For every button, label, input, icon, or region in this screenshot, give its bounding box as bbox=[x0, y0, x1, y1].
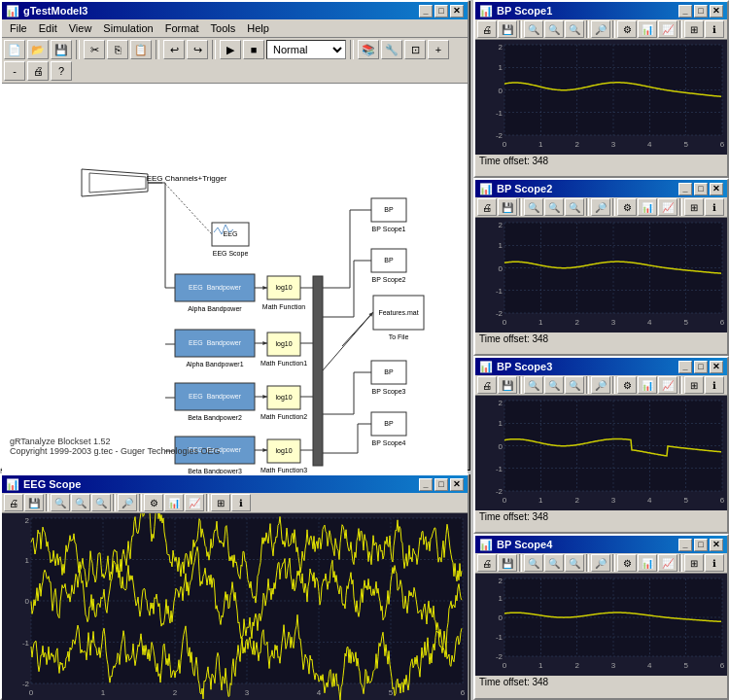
bp4-save[interactable]: 💾 bbox=[498, 554, 517, 572]
bp3-zoom-in[interactable]: 🔍 bbox=[524, 376, 543, 394]
bp4-close[interactable]: ✕ bbox=[710, 539, 723, 551]
bp2-legend[interactable]: 📊 bbox=[638, 198, 657, 216]
bp3-zoom-x[interactable]: 🔍 bbox=[565, 376, 584, 394]
bp2-zoom-in[interactable]: 🔍 bbox=[524, 198, 543, 216]
eeg-maximize[interactable]: □ bbox=[434, 478, 448, 491]
print-scope-btn[interactable]: 🖨 bbox=[4, 494, 23, 511]
bp-scope1-window: 📊 BP Scope1 _ □ ✕ 🖨 💾 🔍 🔍 🔍 🔎 ⚙ 📊 📈 ⊞ ℹ … bbox=[473, 0, 729, 178]
bp1-print[interactable]: 🖨 bbox=[477, 20, 497, 38]
stop-btn[interactable]: ■ bbox=[243, 40, 264, 59]
debug-btn[interactable]: 🔧 bbox=[381, 40, 402, 59]
menu-help[interactable]: Help bbox=[241, 20, 275, 36]
bp3-find[interactable]: 🔎 bbox=[591, 376, 610, 394]
bp2-grid[interactable]: ⊞ bbox=[684, 198, 704, 216]
bp3-legend[interactable]: 📊 bbox=[638, 376, 657, 394]
bp4-find[interactable]: 🔎 bbox=[591, 554, 610, 572]
bp1-zoom-in[interactable]: 🔍 bbox=[524, 20, 543, 38]
bp2-find[interactable]: 🔎 bbox=[591, 198, 610, 216]
menu-tools[interactable]: Tools bbox=[205, 20, 242, 36]
minimize-button[interactable]: _ bbox=[419, 5, 433, 18]
bp2-zoom-x[interactable]: 🔍 bbox=[565, 198, 584, 216]
bp2-data[interactable]: 📈 bbox=[658, 198, 677, 216]
save-btn[interactable]: 💾 bbox=[51, 40, 72, 59]
zoom-out-scope[interactable]: 🔍 bbox=[71, 494, 90, 511]
bp4-legend[interactable]: 📊 bbox=[638, 554, 657, 572]
save-scope-btn[interactable]: 💾 bbox=[24, 494, 44, 511]
bp1-save[interactable]: 💾 bbox=[498, 20, 517, 38]
open-btn[interactable]: 📂 bbox=[27, 40, 49, 59]
bp3-params[interactable]: ⚙ bbox=[617, 376, 637, 394]
bp1-minimize[interactable]: _ bbox=[678, 5, 692, 18]
paste-btn[interactable]: 📋 bbox=[130, 40, 152, 59]
bp3-close[interactable]: ✕ bbox=[710, 361, 723, 373]
bp2-minimize[interactable]: _ bbox=[678, 183, 692, 195]
zoom-in-scope[interactable]: 🔍 bbox=[51, 494, 70, 511]
bp4-minimize[interactable]: _ bbox=[678, 539, 692, 551]
bp2-zoom-out[interactable]: 🔍 bbox=[544, 198, 564, 216]
new-btn[interactable]: 📄 bbox=[4, 40, 25, 59]
undo-btn[interactable]: ↩ bbox=[163, 40, 185, 59]
bp1-find[interactable]: 🔎 bbox=[591, 20, 610, 38]
bp3-info[interactable]: ℹ bbox=[705, 376, 724, 394]
grid-scope[interactable]: ⊞ bbox=[211, 494, 230, 511]
menu-view[interactable]: View bbox=[63, 20, 98, 36]
menu-edit[interactable]: Edit bbox=[33, 20, 63, 36]
menu-format[interactable]: Format bbox=[159, 20, 205, 36]
bp1-params[interactable]: ⚙ bbox=[617, 20, 637, 38]
bp3-data[interactable]: 📈 bbox=[658, 376, 677, 394]
eeg-minimize[interactable]: _ bbox=[419, 478, 433, 491]
bp2-close[interactable]: ✕ bbox=[710, 183, 723, 195]
zoom-x-scope[interactable]: 🔍 bbox=[91, 494, 111, 511]
bp2-print[interactable]: 🖨 bbox=[477, 198, 497, 216]
maximize-button[interactable]: □ bbox=[434, 5, 448, 18]
bp4-print[interactable]: 🖨 bbox=[477, 554, 497, 572]
data-scope[interactable]: 📈 bbox=[185, 494, 204, 511]
bp3-minimize[interactable]: _ bbox=[678, 361, 692, 373]
redo-btn[interactable]: ↪ bbox=[187, 40, 208, 59]
bp3-print[interactable]: 🖨 bbox=[477, 376, 497, 394]
bp2-maximize[interactable]: □ bbox=[694, 183, 708, 195]
bp4-data[interactable]: 📈 bbox=[658, 554, 677, 572]
bp3-zoom-out[interactable]: 🔍 bbox=[544, 376, 564, 394]
bp4-grid[interactable]: ⊞ bbox=[684, 554, 704, 572]
menu-file[interactable]: File bbox=[4, 20, 33, 36]
bp4-zoom-in[interactable]: 🔍 bbox=[524, 554, 543, 572]
bp2-params[interactable]: ⚙ bbox=[617, 198, 637, 216]
bp4-info[interactable]: ℹ bbox=[705, 554, 724, 572]
zoom-out-btn[interactable]: - bbox=[4, 61, 25, 81]
params-scope[interactable]: ⚙ bbox=[144, 494, 163, 511]
bp4-maximize[interactable]: □ bbox=[694, 539, 708, 551]
bp2-title: BP Scope2 bbox=[497, 183, 552, 194]
help-btn2[interactable]: ? bbox=[51, 61, 72, 81]
find-scope[interactable]: 🔎 bbox=[118, 494, 137, 511]
cut-btn[interactable]: ✂ bbox=[84, 40, 105, 59]
bp1-maximize[interactable]: □ bbox=[694, 5, 708, 18]
bp2-save[interactable]: 💾 bbox=[498, 198, 517, 216]
zoom-in-btn[interactable]: + bbox=[428, 40, 449, 59]
bp1-grid[interactable]: ⊞ bbox=[684, 20, 704, 38]
menu-simulation[interactable]: Simulation bbox=[97, 20, 158, 36]
close-button[interactable]: ✕ bbox=[450, 5, 464, 18]
bp1-legend[interactable]: 📊 bbox=[638, 20, 657, 38]
run-btn[interactable]: ▶ bbox=[220, 40, 241, 59]
lib-btn[interactable]: 📚 bbox=[358, 40, 379, 59]
bp4-zoom-x[interactable]: 🔍 bbox=[565, 554, 584, 572]
legend-scope[interactable]: 📊 bbox=[164, 494, 184, 511]
info-scope[interactable]: ℹ bbox=[231, 494, 251, 511]
zoom-fit-btn[interactable]: ⊡ bbox=[404, 40, 426, 59]
bp1-close[interactable]: ✕ bbox=[710, 5, 723, 18]
bp2-info[interactable]: ℹ bbox=[705, 198, 724, 216]
bp4-zoom-out[interactable]: 🔍 bbox=[544, 554, 564, 572]
bp1-info[interactable]: ℹ bbox=[705, 20, 724, 38]
bp3-save[interactable]: 💾 bbox=[498, 376, 517, 394]
bp1-zoom-x[interactable]: 🔍 bbox=[565, 20, 584, 38]
print-btn[interactable]: 🖨 bbox=[27, 61, 49, 81]
bp4-params[interactable]: ⚙ bbox=[617, 554, 637, 572]
copy-btn[interactable]: ⎘ bbox=[107, 40, 128, 59]
eeg-close[interactable]: ✕ bbox=[450, 478, 464, 491]
bp3-grid[interactable]: ⊞ bbox=[684, 376, 704, 394]
bp3-maximize[interactable]: □ bbox=[694, 361, 708, 373]
mode-select[interactable]: Normal Accelerator bbox=[266, 40, 346, 59]
bp1-data[interactable]: 📈 bbox=[658, 20, 677, 38]
bp1-zoom-out[interactable]: 🔍 bbox=[544, 20, 564, 38]
